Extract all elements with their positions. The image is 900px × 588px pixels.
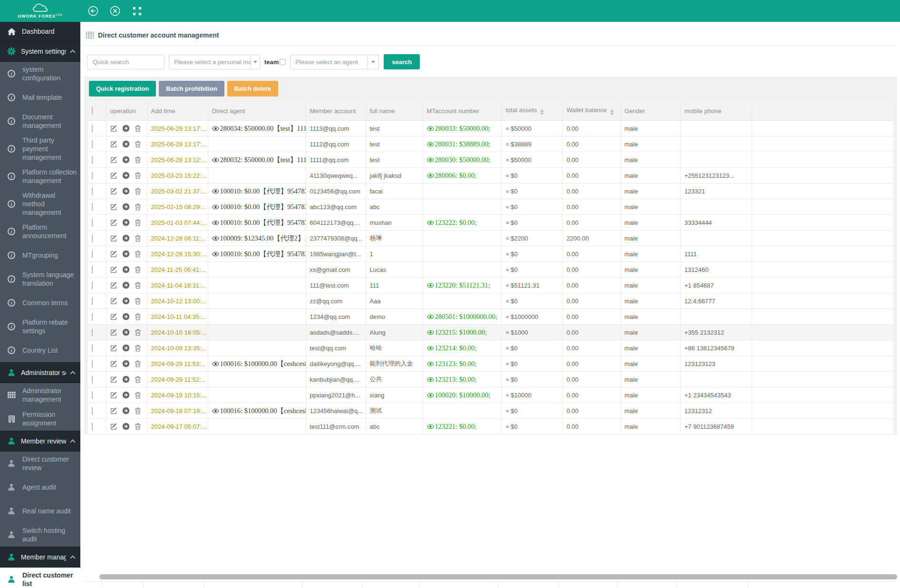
quick-registration-button[interactable]: Quick registration	[89, 81, 156, 96]
login-arrow-icon[interactable]	[122, 297, 130, 305]
sort-icon[interactable]	[540, 109, 544, 115]
login-arrow-icon[interactable]	[122, 266, 130, 273]
delete-icon[interactable]	[135, 266, 141, 273]
sidebar-item-document-management[interactable]: iDocument management	[0, 109, 80, 133]
sidebar-item-system-configuration[interactable]: isystem configuration	[0, 62, 80, 86]
login-arrow-icon[interactable]	[122, 407, 130, 414]
delete-icon[interactable]	[135, 141, 141, 148]
sidebar-item-direct-customer-list[interactable]: Direct customer list	[0, 568, 80, 588]
edit-icon[interactable]	[110, 407, 117, 414]
delete-icon[interactable]	[135, 125, 141, 132]
login-arrow-icon[interactable]	[122, 156, 130, 164]
row-checkbox[interactable]	[92, 125, 93, 133]
delete-icon[interactable]	[135, 172, 141, 179]
row-checkbox[interactable]	[92, 266, 93, 274]
sidebar-item-mail-template[interactable]: iMail template	[0, 86, 80, 109]
column-header-wallet-balance[interactable]: Wallet balance	[562, 101, 620, 121]
login-arrow-icon[interactable]	[122, 125, 130, 132]
sidebar-item-common-terms[interactable]: iCommon terms	[0, 291, 80, 315]
quick-search-input[interactable]	[87, 55, 165, 69]
login-arrow-icon[interactable]	[122, 219, 130, 226]
row-checkbox[interactable]	[92, 187, 93, 195]
edit-icon[interactable]	[110, 360, 117, 367]
login-arrow-icon[interactable]	[122, 187, 130, 195]
edit-icon[interactable]	[110, 266, 117, 273]
sidebar-item-permission-assignment[interactable]: Permission assignment	[0, 407, 80, 431]
row-checkbox[interactable]	[92, 297, 93, 305]
batch-prohibition-button[interactable]: Batch prohibition	[159, 81, 224, 96]
sidebar-item-member-review[interactable]: Member review	[0, 431, 80, 452]
sidebar-item-mtgrouping[interactable]: iMTgrouping	[0, 243, 80, 267]
row-checkbox[interactable]	[92, 344, 93, 352]
edit-icon[interactable]	[110, 251, 117, 258]
delete-icon[interactable]	[135, 251, 141, 258]
sidebar-item-system-settings[interactable]: System settings	[0, 41, 80, 62]
sidebar-item-agent-audit[interactable]: Agent audit	[0, 475, 80, 499]
delete-icon[interactable]	[135, 329, 141, 336]
login-arrow-icon[interactable]	[122, 281, 130, 289]
edit-icon[interactable]	[110, 376, 117, 383]
row-checkbox[interactable]	[92, 250, 93, 258]
sidebar-item-real-name-audit[interactable]: Real name audit	[0, 499, 80, 523]
delete-icon[interactable]	[135, 235, 141, 242]
fullscreen-expand-icon[interactable]	[132, 6, 142, 16]
login-arrow-icon[interactable]	[122, 313, 130, 320]
row-checkbox[interactable]	[92, 156, 93, 164]
row-checkbox[interactable]	[92, 219, 93, 227]
personal-manager-select[interactable]: Please select a personal man...	[169, 55, 260, 69]
delete-icon[interactable]	[135, 423, 141, 430]
edit-icon[interactable]	[110, 423, 117, 430]
row-checkbox[interactable]	[92, 391, 93, 399]
edit-icon[interactable]	[110, 203, 117, 211]
delete-icon[interactable]	[135, 392, 141, 399]
edit-icon[interactable]	[110, 235, 117, 242]
close-circle-icon[interactable]	[110, 6, 120, 16]
delete-icon[interactable]	[135, 219, 141, 226]
edit-icon[interactable]	[110, 172, 117, 179]
edit-icon[interactable]	[110, 219, 117, 226]
batch-delete-button[interactable]: Batch delete	[227, 81, 278, 96]
login-arrow-icon[interactable]	[122, 172, 130, 179]
edit-icon[interactable]	[110, 188, 117, 195]
login-arrow-icon[interactable]	[122, 234, 130, 242]
edit-icon[interactable]	[110, 156, 117, 164]
select-all-checkbox[interactable]	[92, 107, 93, 115]
search-button[interactable]: search	[384, 54, 420, 69]
row-checkbox[interactable]	[92, 140, 93, 148]
back-circle-icon[interactable]	[88, 6, 98, 16]
edit-icon[interactable]	[110, 298, 117, 305]
row-checkbox[interactable]	[92, 407, 93, 415]
row-checkbox[interactable]	[92, 172, 93, 180]
login-arrow-icon[interactable]	[122, 360, 130, 367]
row-checkbox[interactable]	[92, 203, 93, 211]
delete-icon[interactable]	[135, 203, 141, 211]
scrollbar-thumb[interactable]	[99, 574, 897, 579]
sidebar-item-system-language-translation[interactable]: iSystem language translation	[0, 267, 80, 291]
row-checkbox[interactable]	[92, 313, 93, 321]
login-arrow-icon[interactable]	[122, 423, 130, 430]
edit-icon[interactable]	[110, 282, 117, 289]
sidebar-item-switch-hosting-audit[interactable]: Switch hosting audit	[0, 523, 80, 547]
row-checkbox[interactable]	[92, 376, 93, 384]
delete-icon[interactable]	[135, 188, 141, 195]
sidebar-item-country-list[interactable]: iCountry List	[0, 338, 80, 362]
delete-icon[interactable]	[135, 282, 141, 289]
sort-icon[interactable]	[610, 109, 614, 115]
sidebar-item-administrator-management[interactable]: Administrator management	[0, 383, 80, 407]
delete-icon[interactable]	[135, 376, 141, 383]
edit-icon[interactable]	[110, 125, 117, 132]
delete-icon[interactable]	[135, 156, 141, 164]
edit-icon[interactable]	[110, 141, 117, 148]
sidebar-item-withdrawal-method-management[interactable]: iWithdrawal method management	[0, 188, 80, 220]
row-checkbox[interactable]	[92, 360, 93, 368]
edit-icon[interactable]	[110, 345, 117, 352]
agent-select[interactable]: Please select an agent	[290, 55, 379, 69]
row-checkbox[interactable]	[92, 328, 93, 337]
delete-icon[interactable]	[135, 360, 141, 367]
row-checkbox[interactable]	[92, 234, 93, 242]
delete-icon[interactable]	[135, 298, 141, 305]
login-arrow-icon[interactable]	[122, 140, 130, 148]
column-header-total-assets[interactable]: total assets	[502, 101, 562, 121]
login-arrow-icon[interactable]	[122, 376, 130, 383]
sidebar-item-platform-collection-management[interactable]: iPlatform collection management	[0, 164, 80, 188]
